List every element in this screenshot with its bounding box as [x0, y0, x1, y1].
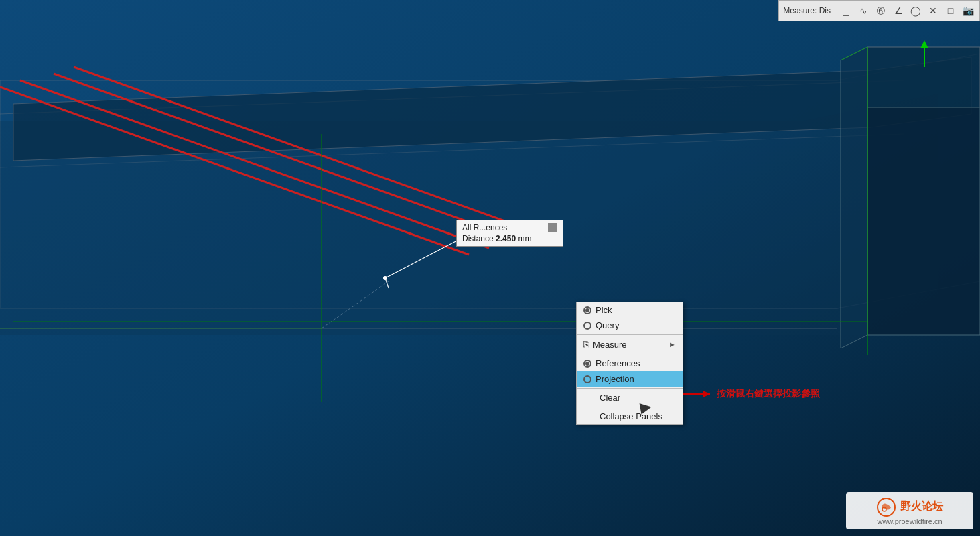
viewport — [0, 0, 980, 536]
frame-icon[interactable]: □ — [943, 3, 958, 18]
logo-name: 野火论坛 — [900, 500, 943, 514]
toolbar: Measure: Dis ⎯ ∿ ➅ ∠ ◯ ✕ □ 📷 — [778, 0, 980, 21]
menu-item-references[interactable]: References — [577, 356, 683, 371]
divider-1 — [577, 334, 683, 335]
annotation-box: All R...ences − Distance 2.450 mm — [456, 220, 563, 247]
annotation-arrow-container: 按滑鼠右鍵選擇投影參照 — [683, 387, 820, 401]
divider-3 — [577, 388, 683, 389]
angle-icon[interactable]: ∠ — [891, 3, 906, 18]
menu-item-clear[interactable]: Clear — [577, 390, 683, 405]
arrow-text: 按滑鼠右鍵選擇投影參照 — [717, 388, 820, 400]
svg-marker-12 — [841, 47, 867, 348]
query-label: Query — [596, 320, 619, 330]
references-radio — [583, 360, 591, 368]
circle-icon[interactable]: ◯ — [908, 3, 923, 18]
annotation-distance: Distance 2.450 mm — [462, 234, 557, 243]
logo-icon — [876, 497, 896, 517]
references-label: References — [596, 358, 640, 368]
distance-unit: mm — [518, 234, 531, 243]
cross-icon[interactable]: ✕ — [926, 3, 940, 18]
menu-item-projection[interactable]: Projection — [577, 371, 683, 387]
pick-label: Pick — [596, 305, 612, 315]
distance-value: 2.450 — [496, 234, 516, 243]
projection-label: Projection — [596, 374, 634, 384]
divider-2 — [577, 354, 683, 354]
measure-submenu-arrow: ► — [669, 340, 676, 348]
clear-label: Clear — [600, 393, 620, 403]
svg-marker-11 — [867, 107, 980, 335]
menu-item-query[interactable]: Query — [577, 318, 683, 333]
geometry-canvas — [0, 0, 980, 536]
measure-label: Measure — [593, 340, 627, 350]
menu-item-pick[interactable]: Pick — [577, 302, 683, 318]
toolbar-title: Measure: Dis — [783, 6, 831, 15]
annotation-collapse-button[interactable]: − — [548, 223, 557, 232]
pick-radio — [583, 306, 591, 314]
linear-ruler-icon[interactable]: ➅ — [873, 3, 888, 18]
menu-item-measure[interactable]: ⎘ Measure ► — [577, 336, 683, 352]
arrow-svg — [683, 387, 717, 401]
logo-url: www.proewildfire.cn — [877, 517, 942, 525]
projection-radio — [583, 375, 591, 383]
ruler-icon[interactable]: ⎯ — [839, 3, 853, 18]
curve-ruler-icon[interactable]: ∿ — [856, 3, 871, 18]
annotation-title: All R...ences — [462, 223, 507, 232]
collapse-panels-label: Collapse Panels — [600, 411, 662, 421]
distance-label: Distance — [462, 234, 494, 243]
svg-marker-26 — [703, 391, 710, 397]
divider-4 — [577, 407, 683, 407]
menu-item-collapse-panels[interactable]: Collapse Panels — [577, 409, 683, 424]
camera-icon[interactable]: 📷 — [961, 3, 975, 18]
logo: 野火论坛 www.proewildfire.cn — [846, 492, 973, 529]
svg-point-24 — [383, 276, 387, 280]
context-menu: Pick Query ⎘ Measure ► References Projec… — [576, 302, 683, 425]
query-radio — [583, 322, 591, 330]
measure-icon: ⎘ — [583, 339, 589, 350]
